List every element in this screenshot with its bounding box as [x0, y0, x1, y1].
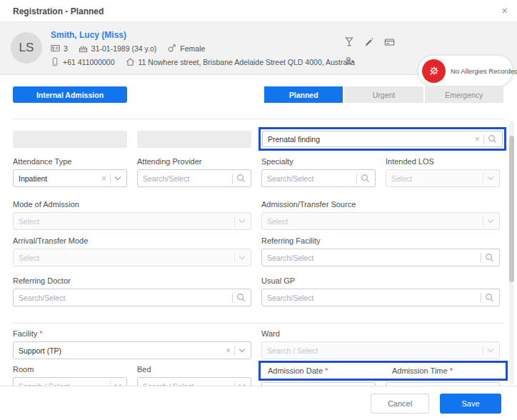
required-marker: *: [450, 366, 453, 375]
priority-tabs: Planned Urgent Emergency: [264, 86, 503, 103]
field-label: Specialty: [261, 156, 376, 166]
referring-doctor-field: Referring Doctor Search/Select: [13, 276, 251, 306]
close-icon[interactable]: ×: [501, 4, 508, 16]
ward-field: Ward Search / Select: [261, 329, 500, 359]
chevron-down-icon[interactable]: [239, 348, 246, 353]
chevron-down-icon[interactable]: [239, 219, 246, 224]
referring-doctor-input[interactable]: Search/Select: [13, 289, 251, 306]
chevron-down-icon[interactable]: [487, 219, 494, 224]
patient-address: 11 Nowhere street, Brisbane Adelaide Str…: [126, 57, 355, 66]
search-icon[interactable]: [485, 253, 494, 262]
search-icon[interactable]: [236, 174, 246, 183]
problem-search-highlight: Prenatal finding ×: [258, 127, 506, 151]
divider: [13, 119, 504, 119]
allergy-icon: [422, 59, 446, 83]
field-label: Intended LOS: [386, 156, 500, 166]
patient-mrn: 3: [51, 44, 68, 53]
payment-card-icon[interactable]: [384, 37, 395, 50]
admission-transfer-source-select[interactable]: Select: [261, 212, 500, 230]
field-label: Attending Provider: [137, 156, 251, 166]
dialog-titlebar: Registration - Planned ×: [0, 0, 517, 22]
search-icon[interactable]: [488, 134, 497, 144]
home-icon: [126, 57, 135, 66]
intended-los-field: Intended LOS Select: [386, 156, 500, 187]
phone-icon: [51, 57, 59, 66]
internal-admission-button[interactable]: Internal Admission: [13, 86, 127, 103]
field-label: Facility *: [13, 329, 251, 339]
patient-sex: Female: [167, 44, 205, 53]
specialty-input[interactable]: Search/Select: [261, 169, 376, 187]
field-label: Usual GP: [261, 276, 500, 286]
attendance-type-select[interactable]: Inpatient ×: [13, 169, 127, 187]
admission-transfer-source-field: Admission/Transfer Source Select: [261, 199, 500, 230]
facility-field: Facility * Support (TP) ×: [13, 329, 251, 359]
clear-icon[interactable]: ×: [226, 346, 231, 355]
admission-datetime-highlight: Admission Date * Admission Time *: [258, 361, 508, 381]
search-icon[interactable]: [485, 293, 494, 302]
clear-icon[interactable]: ×: [101, 174, 106, 183]
referring-facility-input[interactable]: Search/Select: [261, 249, 500, 266]
required-marker: *: [325, 366, 328, 375]
patient-contact-line: +61 411000000 11 Nowhere street, Brisban…: [51, 57, 355, 66]
divider: [13, 323, 504, 324]
chevron-down-icon[interactable]: [114, 176, 121, 181]
id-card-icon: [51, 44, 60, 53]
tab-urgent[interactable]: Urgent: [344, 86, 423, 103]
patient-phone: +61 411000000: [51, 57, 115, 66]
dialog-footer: Cancel Save: [0, 386, 517, 420]
allergy-status-pill[interactable]: No Allergies Recorded +: [418, 56, 513, 86]
registration-dialog: Registration - Planned × LS Smith, Lucy …: [0, 0, 517, 420]
arrival-transfer-mode-select[interactable]: Select: [13, 249, 251, 266]
usual-gp-input[interactable]: Search/Select: [261, 289, 500, 306]
avatar: LS: [11, 32, 42, 64]
arrival-transfer-mode-field: Arrival/Transfer Mode Select: [13, 236, 251, 266]
ward-select[interactable]: Search / Select: [261, 341, 500, 359]
specialty-field: Specialty Search/Select: [261, 156, 376, 187]
dialog-title: Registration - Planned: [13, 6, 104, 16]
field-label: Room: [13, 364, 127, 374]
attending-provider-field: Attending Provider Search/Select: [137, 156, 251, 187]
cancel-button[interactable]: Cancel: [371, 394, 429, 414]
chevron-down-icon[interactable]: [487, 176, 494, 181]
problem-search-input[interactable]: Prenatal finding ×: [262, 131, 503, 147]
chevron-down-icon[interactable]: [487, 348, 494, 353]
field-label: Mode of Admission: [13, 199, 251, 209]
field-label: Bed: [137, 364, 251, 374]
gender-icon: [167, 44, 176, 53]
referring-facility-field: Referring Facility Search/Select: [261, 236, 500, 266]
search-icon[interactable]: [236, 293, 246, 302]
field-label: Arrival/Transfer Mode: [13, 236, 251, 246]
usual-gp-field: Usual GP Search/Select: [261, 276, 500, 306]
search-icon[interactable]: [361, 174, 370, 183]
intended-los-select[interactable]: Select: [386, 169, 500, 187]
disabled-field: [137, 131, 251, 148]
social-history-icon[interactable]: [345, 56, 355, 69]
mode-of-admission-select[interactable]: Select: [13, 212, 251, 230]
allergy-status-text: No Allergies Recorded: [451, 67, 517, 75]
patient-birthdate: 31-01-1989 (34 y.o): [79, 44, 156, 53]
field-label: Attendance Type: [13, 156, 127, 166]
field-label: Referring Doctor: [13, 276, 251, 286]
mode-of-admission-field: Mode of Admission Select: [13, 199, 251, 230]
tab-emergency[interactable]: Emergency: [425, 86, 503, 103]
field-label: Admission/Transfer Source: [261, 199, 500, 209]
field-label: Ward: [261, 329, 500, 339]
disabled-field: [13, 131, 127, 148]
required-marker: *: [39, 329, 42, 338]
attendance-type-field: Attendance Type Inpatient ×: [13, 156, 127, 187]
smoking-icon[interactable]: [364, 36, 374, 50]
scrollbar-thumb[interactable]: [509, 136, 514, 282]
alcohol-icon[interactable]: [344, 36, 354, 50]
field-label: Admission Date *: [268, 366, 328, 376]
tab-planned[interactable]: Planned: [264, 86, 343, 103]
save-button[interactable]: Save: [440, 394, 501, 414]
patient-header: LS Smith, Lucy (Miss) 3: [0, 22, 517, 75]
field-label: Referring Facility: [261, 236, 500, 246]
birthday-cake-icon: [79, 44, 88, 53]
patient-name[interactable]: Smith, Lucy (Miss): [51, 30, 126, 40]
chevron-down-icon[interactable]: [239, 255, 246, 260]
clear-icon[interactable]: ×: [475, 135, 480, 144]
patient-demographics-line: 3 31-01-1989 (34 y.o) Fe: [51, 44, 205, 53]
attending-provider-input[interactable]: Search/Select: [137, 169, 251, 187]
facility-select[interactable]: Support (TP) ×: [13, 341, 251, 359]
